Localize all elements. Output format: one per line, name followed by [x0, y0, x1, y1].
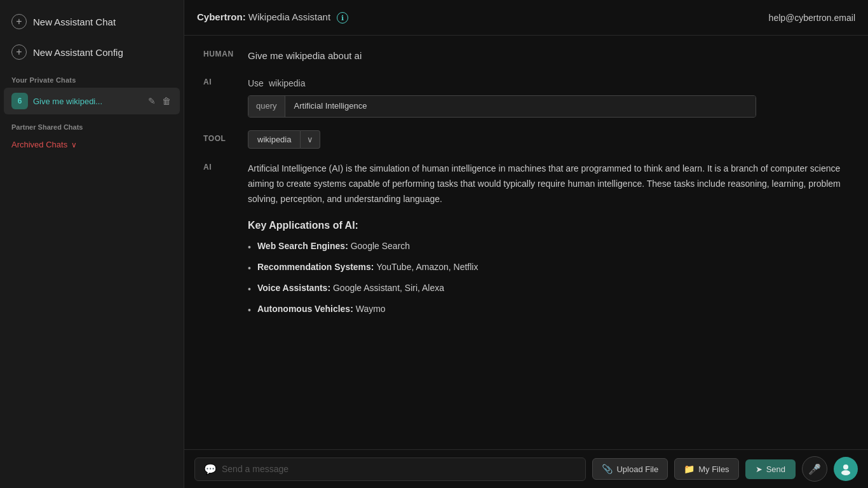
human-role-label: HUMAN	[203, 48, 235, 64]
send-arrow-icon: ➤	[756, 464, 763, 474]
tool-pill-row: wikipedia ∨	[248, 130, 320, 149]
my-files-button[interactable]: 📁 My Files	[674, 458, 738, 480]
top-bar: Cybertron: Wikipedia Assistant ℹ help@cy…	[184, 0, 868, 36]
files-icon: 📁	[684, 464, 695, 474]
use-label: Use	[248, 76, 264, 90]
ai-response-text: Artificial Intelligence (AI) is the simu…	[248, 161, 849, 207]
chat-number-badge: 6	[11, 93, 28, 109]
human-message-block: HUMAN Give me wikipedia about ai	[203, 48, 849, 64]
query-value: Artificial Intelligence	[285, 96, 756, 117]
human-message-content: Give me wikipedia about ai	[248, 48, 849, 64]
mic-icon: 🎤	[808, 463, 821, 475]
bullet-value: Google Assistant, Siri, Alexa	[333, 283, 444, 293]
chat-item-icons: ✎ 🗑	[147, 95, 172, 107]
tool-role-label: TOOL	[203, 130, 235, 149]
tool-pill-arrow[interactable]: ∨	[301, 130, 320, 149]
tool-pill: wikipedia	[248, 130, 301, 149]
cybertron-prefix: Cybertron:	[197, 11, 246, 22]
bullet-dot: •	[248, 283, 251, 296]
new-assistant-chat-button[interactable]: + New Assistant Chat	[0, 6, 184, 37]
bullet-bold: Autonomous Vehicles:	[257, 304, 356, 314]
list-item: •Recommendation Systems: YouTube, Amazon…	[248, 261, 849, 275]
new-assistant-config-button[interactable]: + New Assistant Config	[0, 37, 184, 67]
message-input[interactable]	[222, 464, 576, 474]
upload-icon: 📎	[602, 464, 613, 474]
partner-chats-section-label: Partner Shared Chats	[0, 114, 184, 135]
bullet-bold: Voice Assistants:	[257, 283, 333, 293]
bullet-value: YouTube, Amazon, Netflix	[376, 262, 478, 272]
chat-list-item[interactable]: 6 Give me wikipedi... ✎ 🗑	[4, 88, 180, 114]
main-area: Cybertron: Wikipedia Assistant ℹ help@cy…	[184, 0, 868, 488]
tool-result-block: TOOL wikipedia ∨	[203, 130, 849, 149]
archived-chats-label: Archived Chats	[11, 140, 67, 149]
assistant-name: Wikipedia Assistant	[248, 11, 330, 22]
bullet-dot: •	[248, 241, 251, 254]
bullet-value: Waymo	[356, 304, 386, 314]
send-label: Send	[766, 464, 785, 474]
ai-role-label-1: AI	[203, 76, 235, 118]
cybertron-title: Cybertron: Wikipedia Assistant ℹ	[197, 11, 348, 24]
message-input-wrapper: 💬	[194, 458, 586, 481]
archived-chats-row[interactable]: Archived Chats ∨	[0, 135, 184, 154]
input-bar: 💬 📎 Upload File 📁 My Files ➤ Send 🎤	[184, 449, 868, 488]
tool-result-content: wikipedia ∨	[248, 130, 320, 149]
bullet-text: Autonomous Vehicles: Waymo	[257, 302, 386, 316]
bullet-dot: •	[248, 262, 251, 275]
send-button[interactable]: ➤ Send	[745, 459, 796, 479]
new-assistant-chat-label: New Assistant Chat	[33, 17, 116, 27]
upload-label: Upload File	[616, 464, 658, 474]
list-item: •Autonomous Vehicles: Waymo	[248, 302, 849, 317]
edit-chat-icon[interactable]: ✎	[147, 95, 157, 107]
bullet-text: Voice Assistants: Google Assistant, Siri…	[257, 281, 444, 295]
help-email: help@cybertron.email	[769, 13, 855, 23]
bullet-text: Web Search Engines: Google Search	[257, 240, 410, 253]
bullet-bold: Web Search Engines:	[257, 241, 351, 251]
chat-title: Give me wikipedi...	[33, 97, 142, 106]
ai-role-label-2: AI	[203, 161, 235, 323]
user-avatar[interactable]	[834, 457, 858, 481]
ai-response-block: AI Artificial Intelligence (AI) is the s…	[203, 161, 849, 323]
ai-tool-call-block: AI Use wikipedia query Artificial Intell…	[203, 76, 849, 118]
mic-button[interactable]: 🎤	[802, 456, 827, 482]
upload-file-button[interactable]: 📎 Upload File	[592, 458, 668, 480]
info-icon[interactable]: ℹ	[337, 12, 348, 24]
ai-response-content: Artificial Intelligence (AI) is the simu…	[248, 161, 849, 323]
bullet-dot: •	[248, 304, 251, 317]
bullet-bold: Recommendation Systems:	[257, 262, 377, 272]
private-chats-section-label: Your Private Chats	[0, 67, 184, 88]
ai-tool-call-content: Use wikipedia query Artificial Intellige…	[248, 76, 849, 118]
delete-chat-icon[interactable]: 🗑	[161, 95, 172, 107]
ai-section-heading: Key Applications of AI:	[248, 217, 849, 234]
query-box: query Artificial Intelligence	[248, 95, 756, 118]
sidebar: + New Assistant Chat + New Assistant Con…	[0, 0, 184, 488]
svg-point-1	[841, 470, 850, 475]
my-files-label: My Files	[698, 464, 729, 474]
list-item: •Web Search Engines: Google Search	[248, 240, 849, 254]
query-key: query	[248, 96, 285, 117]
chat-area: HUMAN Give me wikipedia about ai AI Use …	[184, 36, 868, 449]
chat-message-icon: 💬	[204, 463, 217, 475]
bullet-text: Recommendation Systems: YouTube, Amazon,…	[257, 261, 478, 274]
new-assistant-config-label: New Assistant Config	[33, 47, 123, 58]
tool-name-inline: wikipedia	[269, 76, 306, 90]
plus-icon-config: +	[11, 44, 27, 60]
chevron-down-icon: ∨	[71, 140, 77, 149]
human-text: Give me wikipedia about ai	[248, 50, 362, 61]
bullet-value: Google Search	[351, 241, 410, 251]
svg-point-0	[843, 464, 848, 470]
plus-icon: +	[11, 14, 27, 29]
ai-bullet-list: •Web Search Engines: Google Search•Recom…	[248, 240, 849, 317]
list-item: •Voice Assistants: Google Assistant, Sir…	[248, 281, 849, 296]
ai-tool-call-row: Use wikipedia	[248, 76, 849, 90]
